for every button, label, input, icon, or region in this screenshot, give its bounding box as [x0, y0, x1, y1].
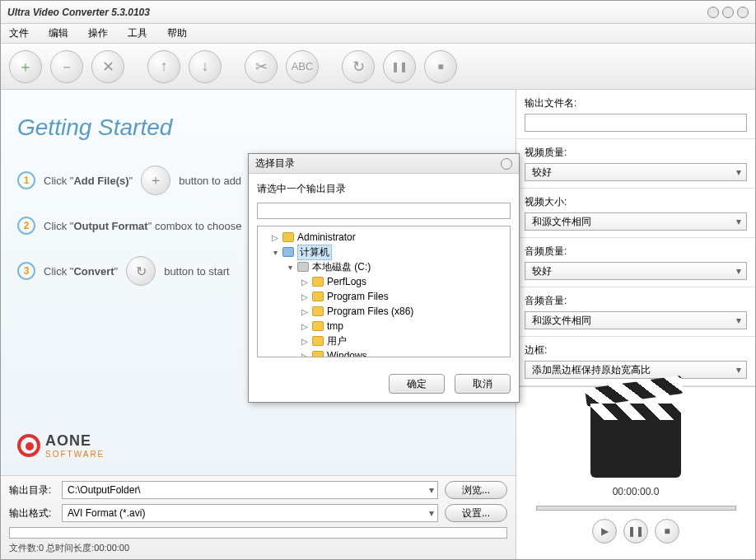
pause-button[interactable]: ❚❚	[383, 50, 416, 83]
add-icon: ＋	[141, 166, 170, 195]
output-name-input[interactable]	[525, 114, 747, 132]
step-number-3: 3	[17, 262, 35, 280]
step-number-2: 2	[17, 217, 35, 235]
convert-icon: ↻	[126, 256, 156, 286]
audio-quality-combo[interactable]: 较好	[525, 262, 747, 280]
video-quality-label: 视频质量:	[525, 146, 747, 160]
audio-volume-label: 音频音量:	[525, 294, 747, 308]
output-dir-combo[interactable]: C:\OutputFolder\	[62, 481, 438, 499]
toolbar: ＋ － ✕ ↑ ↓ ✂ ABC ↻ ❚❚ ■	[1, 44, 755, 90]
computer-icon	[282, 247, 294, 257]
minimize-button[interactable]	[707, 7, 719, 18]
folder-icon	[312, 292, 324, 301]
menu-action[interactable]: 操作	[88, 26, 108, 40]
progress-bar	[9, 527, 507, 539]
dialog-close-button[interactable]	[501, 158, 512, 170]
browse-button[interactable]: 浏览...	[445, 481, 507, 499]
output-format-label: 输出格式:	[9, 506, 55, 520]
border-combo[interactable]: 添加黑边框保持原始宽高比	[525, 361, 747, 379]
menu-tools[interactable]: 工具	[128, 26, 147, 40]
tree-node-folder[interactable]: ▷Program Files (x86)	[261, 304, 506, 319]
dialog-ok-button[interactable]: 确定	[389, 374, 445, 394]
tree-node-disk[interactable]: ▾本地磁盘 (C:)	[261, 259, 506, 274]
preview-pause-button[interactable]: ❚❚	[623, 519, 648, 544]
tree-node-folder[interactable]: ▷用户	[261, 334, 506, 348]
select-directory-dialog: 选择目录 请选中一个输出目录 ▷Administrator ▾计算机 ▾本地磁盘…	[248, 153, 520, 403]
step-number-1: 1	[17, 171, 35, 189]
tree-node-folder[interactable]: ▷Windows	[261, 348, 506, 357]
border-label: 边框:	[525, 343, 747, 357]
folder-icon	[282, 232, 294, 242]
output-name-label: 输出文件名:	[525, 96, 747, 110]
folder-icon	[312, 336, 324, 346]
clapperboard-icon	[590, 404, 681, 478]
video-size-label: 视频大小:	[525, 195, 747, 209]
play-button[interactable]: ▶	[592, 519, 617, 544]
move-down-button[interactable]: ↓	[189, 50, 222, 83]
menubar: 文件 编辑 操作 工具 帮助	[1, 24, 755, 44]
move-up-button[interactable]: ↑	[147, 50, 180, 83]
tree-node-folder[interactable]: ▷PerfLogs	[261, 274, 506, 289]
folder-icon	[312, 321, 324, 331]
folder-icon	[312, 277, 324, 287]
folder-tree[interactable]: ▷Administrator ▾计算机 ▾本地磁盘 (C:) ▷PerfLogs…	[257, 226, 511, 357]
dialog-cancel-button[interactable]: 取消	[455, 374, 511, 394]
brand-logo: AONE SOFTWARE	[17, 432, 105, 459]
preview-time: 00:00:00.0	[613, 486, 660, 497]
stop-button[interactable]: ■	[424, 50, 457, 83]
video-size-combo[interactable]: 和源文件相同	[525, 212, 747, 231]
rename-button[interactable]: ABC	[286, 50, 319, 83]
cut-button[interactable]: ✂	[245, 50, 278, 83]
menu-file[interactable]: 文件	[9, 26, 29, 40]
close-button[interactable]	[737, 7, 749, 18]
window-title: Ultra Video Converter 5.3.0103	[7, 7, 707, 18]
folder-icon	[312, 351, 324, 357]
tree-node-folder[interactable]: ▷Program Files	[261, 289, 506, 304]
tree-node-computer[interactable]: ▾计算机	[261, 245, 506, 259]
tree-node-admin[interactable]: ▷Administrator	[261, 230, 506, 245]
audio-quality-label: 音频质量:	[525, 245, 747, 259]
dialog-path-input[interactable]	[257, 203, 511, 219]
menu-edit[interactable]: 编辑	[49, 26, 68, 40]
output-format-combo[interactable]: AVI Format (*.avi)	[62, 504, 438, 522]
output-dir-label: 输出目录:	[9, 483, 55, 497]
dialog-title: 选择目录	[255, 156, 501, 170]
tree-node-folder[interactable]: ▷tmp	[261, 319, 506, 334]
titlebar: Ultra Video Converter 5.3.0103	[1, 1, 755, 24]
audio-volume-combo[interactable]: 和源文件相同	[525, 311, 747, 329]
convert-button[interactable]: ↻	[342, 50, 375, 83]
preview-slider[interactable]	[536, 506, 736, 511]
bottom-panel: 输出目录: C:\OutputFolder\ 浏览... 输出格式: AVI F…	[1, 475, 516, 559]
status-text: 文件数:0 总时间长度:00:00:00	[9, 542, 507, 554]
dialog-prompt: 请选中一个输出目录	[257, 182, 511, 196]
settings-button[interactable]: 设置...	[445, 504, 507, 522]
getting-started-heading: Getting Started	[17, 114, 499, 141]
aone-logo-icon	[17, 434, 40, 457]
clear-button[interactable]: ✕	[91, 50, 124, 83]
add-button[interactable]: ＋	[9, 50, 42, 83]
folder-icon	[312, 306, 324, 316]
preview-stop-button[interactable]: ■	[655, 519, 679, 544]
remove-button[interactable]: －	[50, 50, 83, 83]
disk-icon	[297, 262, 309, 272]
preview-panel: 00:00:00.0 ▶ ❚❚ ■	[516, 386, 755, 559]
menu-help[interactable]: 帮助	[167, 26, 187, 40]
maximize-button[interactable]	[722, 7, 734, 18]
video-quality-combo[interactable]: 较好	[525, 163, 747, 181]
